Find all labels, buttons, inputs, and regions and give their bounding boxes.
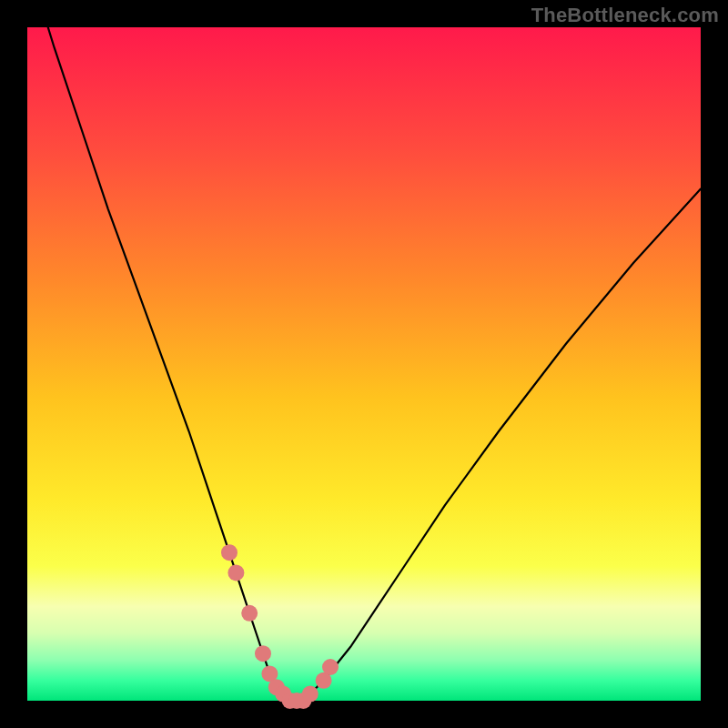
bottleneck-curve (27, 0, 701, 701)
highlight-marker (255, 645, 271, 662)
chart-frame: TheBottleneck.com (0, 0, 728, 728)
highlight-marker (302, 686, 318, 703)
curve-layer (27, 27, 701, 701)
highlight-marker (221, 544, 238, 561)
watermark-text: TheBottleneck.com (531, 4, 719, 27)
highlight-marker (322, 659, 339, 675)
plot-area (27, 27, 701, 701)
highlight-marker (241, 605, 258, 622)
highlight-marker (228, 564, 244, 581)
